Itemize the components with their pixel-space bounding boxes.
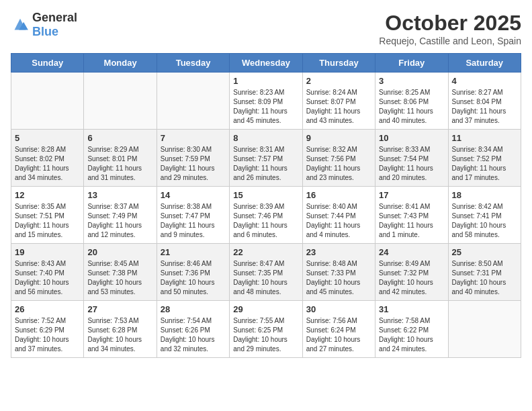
day-info: Sunrise: 8:25 AM Sunset: 8:06 PM Dayligh… [379,88,444,126]
day-info: Sunrise: 8:49 AM Sunset: 7:32 PM Dayligh… [379,259,444,297]
calendar-cell: 21Sunrise: 8:46 AM Sunset: 7:36 PM Dayli… [157,244,229,301]
day-number: 4 [452,76,517,86]
day-info: Sunrise: 8:24 AM Sunset: 8:07 PM Dayligh… [306,88,371,126]
calendar-cell: 7Sunrise: 8:30 AM Sunset: 7:59 PM Daylig… [157,130,229,187]
calendar-cell: 4Sunrise: 8:27 AM Sunset: 8:04 PM Daylig… [448,73,521,130]
calendar-cell: 17Sunrise: 8:41 AM Sunset: 7:43 PM Dayli… [375,187,448,244]
calendar-cell [11,73,84,130]
day-info: Sunrise: 8:29 AM Sunset: 8:01 PM Dayligh… [87,145,152,183]
calendar-cell: 25Sunrise: 8:50 AM Sunset: 7:31 PM Dayli… [448,244,521,301]
day-info: Sunrise: 7:54 AM Sunset: 6:26 PM Dayligh… [161,316,226,354]
day-info: Sunrise: 7:53 AM Sunset: 6:28 PM Dayligh… [87,316,152,354]
day-info: Sunrise: 8:33 AM Sunset: 7:54 PM Dayligh… [379,145,444,183]
calendar-cell [84,73,157,130]
title-block: October 2025 Requejo, Castille and Leon,… [379,11,521,46]
day-number: 19 [15,247,80,257]
calendar-cell: 31Sunrise: 7:58 AM Sunset: 6:22 PM Dayli… [375,301,448,358]
calendar-week-4: 19Sunrise: 8:43 AM Sunset: 7:40 PM Dayli… [11,244,521,301]
calendar-cell: 11Sunrise: 8:34 AM Sunset: 7:52 PM Dayli… [448,130,521,187]
day-number: 10 [379,133,444,143]
logo-general: General [32,11,77,24]
day-number: 3 [379,76,444,86]
day-info: Sunrise: 8:48 AM Sunset: 7:33 PM Dayligh… [306,259,371,297]
day-info: Sunrise: 7:55 AM Sunset: 6:25 PM Dayligh… [233,316,298,354]
day-number: 14 [161,190,226,200]
day-number: 11 [452,133,517,143]
day-number: 31 [379,304,444,314]
day-info: Sunrise: 8:35 AM Sunset: 7:51 PM Dayligh… [15,202,80,240]
calendar-cell: 9Sunrise: 8:32 AM Sunset: 7:56 PM Daylig… [302,130,375,187]
day-info: Sunrise: 8:34 AM Sunset: 7:52 PM Dayligh… [452,145,517,183]
calendar-cell: 22Sunrise: 8:47 AM Sunset: 7:35 PM Dayli… [230,244,302,301]
day-info: Sunrise: 8:41 AM Sunset: 7:43 PM Dayligh… [379,202,444,240]
day-number: 12 [15,190,80,200]
calendar-week-5: 26Sunrise: 7:52 AM Sunset: 6:29 PM Dayli… [11,301,521,358]
day-number: 15 [233,190,298,200]
calendar-table: Sunday Monday Tuesday Wednesday Thursday… [11,53,521,358]
day-number: 6 [87,133,152,143]
calendar-cell: 14Sunrise: 8:38 AM Sunset: 7:47 PM Dayli… [157,187,229,244]
calendar-cell: 19Sunrise: 8:43 AM Sunset: 7:40 PM Dayli… [11,244,84,301]
calendar-cell: 29Sunrise: 7:55 AM Sunset: 6:25 PM Dayli… [230,301,302,358]
calendar-cell: 15Sunrise: 8:39 AM Sunset: 7:46 PM Dayli… [230,187,302,244]
day-number: 16 [306,190,371,200]
calendar-cell: 8Sunrise: 8:31 AM Sunset: 7:57 PM Daylig… [230,130,302,187]
day-info: Sunrise: 8:50 AM Sunset: 7:31 PM Dayligh… [452,259,517,297]
calendar-cell: 27Sunrise: 7:53 AM Sunset: 6:28 PM Dayli… [84,301,157,358]
title-month: October 2025 [379,11,521,36]
calendar-cell: 24Sunrise: 8:49 AM Sunset: 7:32 PM Dayli… [375,244,448,301]
day-info: Sunrise: 8:46 AM Sunset: 7:36 PM Dayligh… [161,259,226,297]
calendar-week-2: 5Sunrise: 8:28 AM Sunset: 8:02 PM Daylig… [11,130,521,187]
header-tuesday: Tuesday [157,54,229,73]
calendar-cell: 23Sunrise: 8:48 AM Sunset: 7:33 PM Dayli… [302,244,375,301]
calendar-cell: 12Sunrise: 8:35 AM Sunset: 7:51 PM Dayli… [11,187,84,244]
logo-icon [11,17,30,32]
calendar-week-3: 12Sunrise: 8:35 AM Sunset: 7:51 PM Dayli… [11,187,521,244]
day-number: 2 [306,76,371,86]
day-number: 29 [233,304,298,314]
day-number: 18 [452,190,517,200]
header-thursday: Thursday [302,54,375,73]
calendar-cell [448,301,521,358]
header-monday: Monday [84,54,157,73]
header-friday: Friday [375,54,448,73]
day-number: 1 [233,76,298,86]
day-info: Sunrise: 8:45 AM Sunset: 7:38 PM Dayligh… [87,259,152,297]
day-info: Sunrise: 8:47 AM Sunset: 7:35 PM Dayligh… [233,259,298,297]
day-number: 9 [306,133,371,143]
day-info: Sunrise: 8:23 AM Sunset: 8:09 PM Dayligh… [233,88,298,126]
day-info: Sunrise: 7:52 AM Sunset: 6:29 PM Dayligh… [15,316,80,354]
calendar-cell: 26Sunrise: 7:52 AM Sunset: 6:29 PM Dayli… [11,301,84,358]
calendar-cell: 2Sunrise: 8:24 AM Sunset: 8:07 PM Daylig… [302,73,375,130]
day-number: 7 [161,133,226,143]
day-number: 25 [452,247,517,257]
day-info: Sunrise: 8:42 AM Sunset: 7:41 PM Dayligh… [452,202,517,240]
calendar-cell: 5Sunrise: 8:28 AM Sunset: 8:02 PM Daylig… [11,130,84,187]
day-number: 13 [87,190,152,200]
day-info: Sunrise: 8:31 AM Sunset: 7:57 PM Dayligh… [233,145,298,183]
day-number: 22 [233,247,298,257]
day-number: 24 [379,247,444,257]
header-saturday: Saturday [448,54,521,73]
day-number: 17 [379,190,444,200]
calendar-cell: 13Sunrise: 8:37 AM Sunset: 7:49 PM Dayli… [84,187,157,244]
day-info: Sunrise: 8:28 AM Sunset: 8:02 PM Dayligh… [15,145,80,183]
day-number: 23 [306,247,371,257]
calendar-cell: 28Sunrise: 7:54 AM Sunset: 6:26 PM Dayli… [157,301,229,358]
calendar-cell: 30Sunrise: 7:56 AM Sunset: 6:24 PM Dayli… [302,301,375,358]
day-number: 8 [233,133,298,143]
day-number: 30 [306,304,371,314]
day-info: Sunrise: 8:32 AM Sunset: 7:56 PM Dayligh… [306,145,371,183]
calendar-cell: 1Sunrise: 8:23 AM Sunset: 8:09 PM Daylig… [230,73,302,130]
calendar-week-1: 1Sunrise: 8:23 AM Sunset: 8:09 PM Daylig… [11,73,521,130]
day-info: Sunrise: 8:27 AM Sunset: 8:04 PM Dayligh… [452,88,517,126]
day-info: Sunrise: 8:38 AM Sunset: 7:47 PM Dayligh… [161,202,226,240]
calendar-cell: 10Sunrise: 8:33 AM Sunset: 7:54 PM Dayli… [375,130,448,187]
calendar-cell: 18Sunrise: 8:42 AM Sunset: 7:41 PM Dayli… [448,187,521,244]
day-info: Sunrise: 8:39 AM Sunset: 7:46 PM Dayligh… [233,202,298,240]
day-info: Sunrise: 8:37 AM Sunset: 7:49 PM Dayligh… [87,202,152,240]
day-info: Sunrise: 8:30 AM Sunset: 7:59 PM Dayligh… [161,145,226,183]
calendar-cell: 6Sunrise: 8:29 AM Sunset: 8:01 PM Daylig… [84,130,157,187]
calendar-header-row: Sunday Monday Tuesday Wednesday Thursday… [11,54,521,73]
header-wednesday: Wednesday [230,54,302,73]
